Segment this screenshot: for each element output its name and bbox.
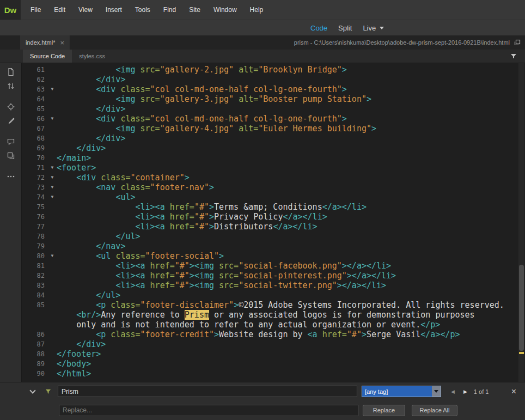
code-line[interactable]: 80▼ <ul class="footer-social"> (22, 251, 525, 261)
code-line[interactable]: 68 </div> (22, 133, 525, 143)
code-line[interactable]: 73▼ <nav class="footer-nav"> (22, 182, 525, 192)
fold-arrow-icon[interactable]: ▼ (48, 114, 57, 124)
menu-item-tools[interactable]: Tools (129, 0, 157, 20)
code-content[interactable]: <li><a href="#"><img src="social-pintere… (57, 271, 396, 281)
code-line[interactable]: 64 <img src="gallery-3.jpg" alt="Booster… (22, 94, 525, 104)
code-content[interactable]: </main> (57, 153, 91, 163)
file-management-icon[interactable] (3, 79, 19, 93)
menu-item-help[interactable]: Help (243, 0, 270, 20)
code-content[interactable]: </div> (57, 339, 106, 349)
code-line[interactable]: 67 <img src="gallery-4.jpg" alt="Euler H… (22, 124, 525, 133)
code-line[interactable]: 89</body> (22, 359, 525, 369)
vertical-scrollbar[interactable] (518, 63, 524, 382)
code-line[interactable]: 79 </nav> (22, 241, 525, 251)
code-line[interactable]: 85 <p class="footer-disclaimer">©2015 Ad… (22, 300, 525, 310)
code-line[interactable]: 77 <li><a href="#">Distributors</a></li> (22, 222, 525, 232)
menu-item-insert[interactable]: Insert (99, 0, 129, 20)
code-line[interactable]: 62 </div> (22, 75, 525, 84)
scrollbar-thumb[interactable] (519, 265, 524, 351)
code-content[interactable]: <li><a href="#"><img src="social-twitter… (57, 281, 386, 290)
dropdown-arrow-icon[interactable] (432, 386, 441, 397)
code-line[interactable]: 61 <img src="gallery-2.jpg" alt="Brookly… (22, 65, 525, 75)
code-content[interactable]: <div class="col col-md-one-half col-lg-o… (57, 114, 347, 124)
menu-item-window[interactable]: Window (207, 0, 243, 20)
code-content[interactable]: <li><a href="#"><img src="social-faceboo… (57, 261, 391, 271)
open-documents-icon[interactable] (3, 65, 19, 79)
code-line[interactable]: 65 </div> (22, 104, 525, 114)
code-content[interactable]: </html> (57, 369, 91, 379)
code-content[interactable]: <ul> (57, 192, 136, 202)
code-content[interactable]: </ul> (57, 232, 141, 241)
menu-item-file[interactable]: File (24, 0, 47, 20)
code-line[interactable]: 70</main> (22, 153, 525, 163)
view-mode-live-group[interactable]: Live (363, 24, 384, 32)
comments-icon[interactable] (3, 135, 19, 149)
code-content[interactable]: <img src="gallery-2.jpg" alt="Brooklyn B… (57, 65, 347, 75)
code-content[interactable]: </nav> (57, 241, 125, 251)
fold-arrow-icon[interactable]: ▼ (48, 173, 57, 182)
menu-item-site[interactable]: Site (182, 0, 207, 20)
tab-close-icon[interactable]: × (60, 39, 64, 46)
code-content[interactable]: <img src="gallery-3.jpg" alt="Booster pu… (57, 94, 371, 104)
menu-item-view[interactable]: View (72, 0, 99, 20)
search-input[interactable] (58, 386, 357, 397)
code-content[interactable]: <br/>Any reference to Prism or any assoc… (57, 310, 475, 320)
replace-button[interactable]: Replace (363, 405, 405, 416)
fold-arrow-icon[interactable]: ▼ (48, 163, 57, 173)
code-line[interactable]: 66▼ <div class="col col-md-one-half col-… (22, 114, 525, 124)
live-view-target-icon[interactable] (3, 100, 19, 114)
code-content[interactable]: <p class="footer-credit">Website design … (57, 330, 460, 339)
code-content[interactable]: <div class="container"> (57, 173, 190, 182)
code-line[interactable]: 87 </div> (22, 339, 525, 349)
code-line[interactable]: 75 <li><a href="#">Terms &amp; Condition… (22, 202, 525, 212)
code-content[interactable]: </div> (57, 104, 125, 114)
fold-arrow-icon[interactable]: ▼ (48, 251, 57, 261)
code-content[interactable]: <img src="gallery-4.jpg" alt="Euler Herm… (57, 124, 376, 133)
code-content[interactable]: </ul> (57, 290, 120, 300)
code-content[interactable]: </footer> (57, 349, 101, 359)
code-line[interactable]: 82 <li><a href="#"><img src="social-pint… (22, 271, 525, 281)
code-content[interactable]: <div class="col col-md-one-half col-lg-o… (57, 84, 347, 94)
code-line[interactable]: 88</footer> (22, 349, 525, 359)
code-content[interactable]: <ul class="footer-social"> (57, 251, 224, 261)
code-content[interactable]: <footer> (57, 163, 96, 173)
tab-index-html[interactable]: index.html* × (20, 35, 70, 50)
menu-item-find[interactable]: Find (157, 0, 182, 20)
filter-related-files-icon[interactable] (510, 50, 517, 63)
code-line[interactable]: 63▼ <div class="col col-md-one-half col-… (22, 84, 525, 94)
code-content[interactable]: </div> (57, 133, 125, 143)
search-filter-icon[interactable] (45, 388, 52, 395)
live-dropdown-arrow-icon[interactable] (380, 27, 384, 29)
code-content[interactable]: </div> (57, 143, 106, 153)
related-file-styles-css[interactable]: styles.css (72, 50, 112, 63)
code-content[interactable]: <nav class="footer-nav"> (57, 182, 214, 192)
code-line[interactable]: 81 <li><a href="#"><img src="social-face… (22, 261, 525, 271)
code-line[interactable]: 69 </div> (22, 143, 525, 153)
replace-input[interactable] (59, 405, 358, 416)
menu-item-edit[interactable]: Edit (47, 0, 72, 20)
code-content[interactable]: only and is not intended to refer to any… (57, 320, 440, 330)
code-line[interactable]: 72▼ <div class="container"> (22, 173, 525, 182)
code-line[interactable]: only and is not intended to refer to any… (22, 320, 525, 330)
view-mode-live[interactable]: Live (363, 24, 376, 32)
code-content[interactable]: <p class="footer-disclaimer">©2015 Adobe… (57, 300, 504, 310)
code-content[interactable]: <li><a href="#">Privacy Policy</a></li> (57, 212, 327, 222)
next-result-icon[interactable]: ▶ (463, 389, 467, 394)
inspect-windows-icon[interactable] (3, 149, 19, 163)
code-line[interactable]: 74▼ <ul> (22, 192, 525, 202)
code-content[interactable]: </div> (57, 75, 125, 84)
related-file-source-code[interactable]: Source Code (23, 50, 72, 63)
code-line[interactable]: <br/>Any reference to Prism or any assoc… (22, 310, 525, 320)
code-line[interactable]: 76 <li><a href="#">Privacy Policy</a></l… (22, 212, 525, 222)
previous-result-icon[interactable]: ◀ (451, 389, 455, 394)
tag-filter-dropdown[interactable]: [any tag] (362, 386, 441, 397)
collapse-find-bar-icon[interactable] (29, 387, 35, 393)
dreamweaver-logo[interactable]: Dw (0, 0, 21, 20)
code-content[interactable]: <li><a href="#">Terms &amp; Conditions</… (57, 202, 367, 212)
format-brush-icon[interactable] (3, 114, 19, 128)
view-mode-code[interactable]: Code (310, 24, 327, 32)
fold-arrow-icon[interactable]: ▼ (48, 182, 57, 192)
replace-all-button[interactable]: Replace All (412, 405, 457, 416)
fold-arrow-icon[interactable]: ▼ (48, 84, 57, 94)
code-line[interactable]: 71▼<footer> (22, 163, 525, 173)
